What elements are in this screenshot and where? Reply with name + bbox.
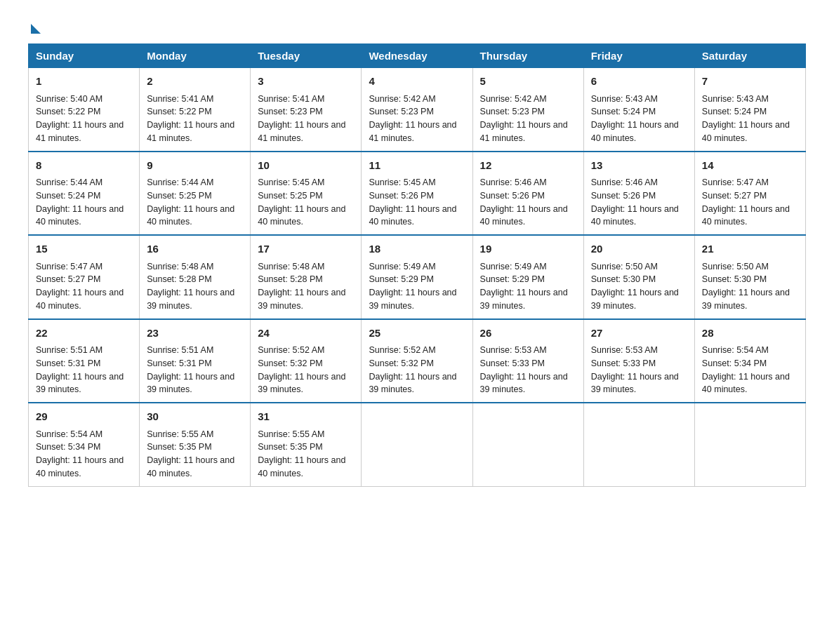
- daylight-text: Daylight: 11 hours and 39 minutes.: [258, 288, 345, 311]
- daylight-text: Daylight: 11 hours and 40 minutes.: [702, 204, 790, 227]
- daylight-text: Daylight: 11 hours and 39 minutes.: [36, 372, 124, 395]
- sunrise-text: Sunrise: 5:54 AM: [702, 345, 769, 355]
- calendar-cell: 28Sunrise: 5:54 AMSunset: 5:34 PMDayligh…: [694, 319, 805, 403]
- calendar-cell: 4Sunrise: 5:42 AMSunset: 5:23 PMDaylight…: [362, 68, 472, 152]
- daylight-text: Daylight: 11 hours and 39 minutes.: [258, 372, 345, 395]
- sunrise-text: Sunrise: 5:50 AM: [591, 262, 658, 271]
- day-number: 8: [36, 158, 132, 174]
- sunrise-text: Sunrise: 5:43 AM: [591, 94, 658, 104]
- sunrise-text: Sunrise: 5:44 AM: [36, 177, 102, 187]
- sunset-text: Sunset: 5:33 PM: [480, 358, 545, 368]
- day-number: 14: [702, 158, 798, 174]
- day-number: 21: [702, 241, 798, 257]
- sunrise-text: Sunrise: 5:48 AM: [147, 262, 213, 271]
- daylight-text: Daylight: 11 hours and 41 minutes.: [36, 120, 124, 143]
- day-number: 7: [702, 74, 798, 90]
- calendar-cell: 26Sunrise: 5:53 AMSunset: 5:33 PMDayligh…: [472, 319, 583, 403]
- calendar-cell: 29Sunrise: 5:54 AMSunset: 5:34 PMDayligh…: [29, 403, 140, 486]
- calendar-header-row: SundayMondayTuesdayWednesdayThursdayFrid…: [29, 44, 806, 68]
- calendar-cell: 24Sunrise: 5:52 AMSunset: 5:32 PMDayligh…: [251, 319, 362, 403]
- sunset-text: Sunset: 5:23 PM: [369, 107, 433, 116]
- sunrise-text: Sunrise: 5:45 AM: [369, 177, 435, 187]
- calendar-cell: 25Sunrise: 5:52 AMSunset: 5:32 PMDayligh…: [362, 319, 472, 403]
- day-number: 28: [702, 326, 798, 342]
- day-number: 31: [258, 409, 354, 425]
- daylight-text: Daylight: 11 hours and 39 minutes.: [591, 372, 679, 395]
- calendar-cell: 17Sunrise: 5:48 AMSunset: 5:28 PMDayligh…: [251, 235, 362, 319]
- sunrise-text: Sunrise: 5:49 AM: [480, 262, 547, 271]
- day-number: 2: [147, 74, 243, 90]
- day-number: 9: [147, 158, 243, 174]
- sunrise-text: Sunrise: 5:46 AM: [480, 177, 547, 187]
- day-number: 29: [36, 409, 132, 425]
- sunset-text: Sunset: 5:28 PM: [258, 274, 322, 284]
- day-number: 15: [36, 241, 132, 257]
- column-header-monday: Monday: [140, 44, 251, 68]
- daylight-text: Daylight: 11 hours and 40 minutes.: [36, 204, 124, 227]
- sunrise-text: Sunrise: 5:41 AM: [258, 94, 324, 104]
- sunset-text: Sunset: 5:24 PM: [702, 107, 767, 116]
- daylight-text: Daylight: 11 hours and 39 minutes.: [480, 372, 568, 395]
- daylight-text: Daylight: 11 hours and 40 minutes.: [147, 455, 234, 478]
- sunset-text: Sunset: 5:30 PM: [591, 274, 656, 284]
- sunset-text: Sunset: 5:31 PM: [147, 358, 211, 368]
- daylight-text: Daylight: 11 hours and 39 minutes.: [369, 288, 456, 311]
- daylight-text: Daylight: 11 hours and 39 minutes.: [147, 288, 234, 311]
- calendar-cell: 10Sunrise: 5:45 AMSunset: 5:25 PMDayligh…: [251, 152, 362, 236]
- sunset-text: Sunset: 5:32 PM: [258, 358, 322, 368]
- column-header-sunday: Sunday: [29, 44, 140, 68]
- daylight-text: Daylight: 11 hours and 40 minutes.: [702, 372, 790, 395]
- calendar-table: SundayMondayTuesdayWednesdayThursdayFrid…: [28, 43, 806, 487]
- sunset-text: Sunset: 5:26 PM: [591, 191, 656, 201]
- sunrise-text: Sunrise: 5:46 AM: [591, 177, 658, 187]
- logo-arrow-icon: [31, 24, 41, 34]
- sunrise-text: Sunrise: 5:53 AM: [480, 345, 547, 355]
- sunrise-text: Sunrise: 5:48 AM: [258, 262, 324, 271]
- calendar-week-row: 1Sunrise: 5:40 AMSunset: 5:22 PMDaylight…: [29, 68, 806, 152]
- calendar-week-row: 22Sunrise: 5:51 AMSunset: 5:31 PMDayligh…: [29, 319, 806, 403]
- sunset-text: Sunset: 5:31 PM: [36, 358, 100, 368]
- day-number: 20: [591, 241, 687, 257]
- sunrise-text: Sunrise: 5:51 AM: [147, 345, 213, 355]
- calendar-cell: 13Sunrise: 5:46 AMSunset: 5:26 PMDayligh…: [583, 152, 694, 236]
- day-number: 25: [369, 326, 465, 342]
- sunset-text: Sunset: 5:26 PM: [369, 191, 433, 201]
- day-number: 30: [147, 409, 243, 425]
- daylight-text: Daylight: 11 hours and 40 minutes.: [591, 204, 679, 227]
- calendar-cell: 7Sunrise: 5:43 AMSunset: 5:24 PMDaylight…: [694, 68, 805, 152]
- calendar-cell: [583, 403, 694, 486]
- sunset-text: Sunset: 5:32 PM: [369, 358, 433, 368]
- sunset-text: Sunset: 5:25 PM: [147, 191, 211, 201]
- calendar-week-row: 15Sunrise: 5:47 AMSunset: 5:27 PMDayligh…: [29, 235, 806, 319]
- daylight-text: Daylight: 11 hours and 40 minutes.: [36, 455, 124, 478]
- sunrise-text: Sunrise: 5:45 AM: [258, 177, 324, 187]
- calendar-cell: 2Sunrise: 5:41 AMSunset: 5:22 PMDaylight…: [140, 68, 251, 152]
- daylight-text: Daylight: 11 hours and 40 minutes.: [36, 288, 124, 311]
- sunrise-text: Sunrise: 5:44 AM: [147, 177, 213, 187]
- daylight-text: Daylight: 11 hours and 40 minutes.: [369, 204, 456, 227]
- sunrise-text: Sunrise: 5:42 AM: [480, 94, 547, 104]
- calendar-cell: 14Sunrise: 5:47 AMSunset: 5:27 PMDayligh…: [694, 152, 805, 236]
- calendar-cell: 1Sunrise: 5:40 AMSunset: 5:22 PMDaylight…: [29, 68, 140, 152]
- sunrise-text: Sunrise: 5:40 AM: [36, 94, 102, 104]
- sunset-text: Sunset: 5:29 PM: [480, 274, 545, 284]
- daylight-text: Daylight: 11 hours and 41 minutes.: [369, 120, 456, 143]
- calendar-cell: 3Sunrise: 5:41 AMSunset: 5:23 PMDaylight…: [251, 68, 362, 152]
- calendar-cell: 12Sunrise: 5:46 AMSunset: 5:26 PMDayligh…: [472, 152, 583, 236]
- sunset-text: Sunset: 5:33 PM: [591, 358, 656, 368]
- sunset-text: Sunset: 5:22 PM: [36, 107, 100, 116]
- sunset-text: Sunset: 5:24 PM: [36, 191, 100, 201]
- day-number: 26: [480, 326, 576, 342]
- column-header-saturday: Saturday: [694, 44, 805, 68]
- calendar-week-row: 29Sunrise: 5:54 AMSunset: 5:34 PMDayligh…: [29, 403, 806, 486]
- column-header-wednesday: Wednesday: [362, 44, 472, 68]
- sunset-text: Sunset: 5:35 PM: [147, 442, 211, 452]
- day-number: 19: [480, 241, 576, 257]
- calendar-cell: 16Sunrise: 5:48 AMSunset: 5:28 PMDayligh…: [140, 235, 251, 319]
- calendar-cell: 31Sunrise: 5:55 AMSunset: 5:35 PMDayligh…: [251, 403, 362, 486]
- daylight-text: Daylight: 11 hours and 39 minutes.: [147, 372, 234, 395]
- daylight-text: Daylight: 11 hours and 40 minutes.: [258, 204, 345, 227]
- sunset-text: Sunset: 5:26 PM: [480, 191, 545, 201]
- calendar-cell: 19Sunrise: 5:49 AMSunset: 5:29 PMDayligh…: [472, 235, 583, 319]
- daylight-text: Daylight: 11 hours and 40 minutes.: [147, 204, 234, 227]
